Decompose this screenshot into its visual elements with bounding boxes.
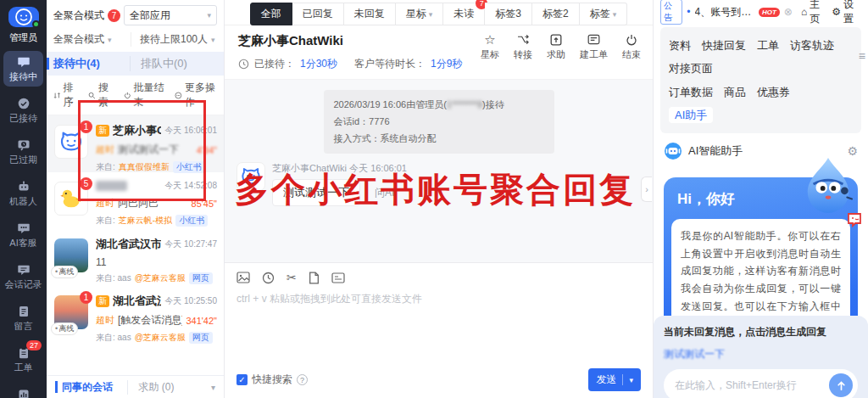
hot-badge: HOT	[759, 8, 780, 17]
tab-serving[interactable]: 接待中(4)	[47, 56, 130, 71]
transfer-icon	[517, 32, 530, 47]
composer-hint[interactable]: ctrl + v 粘贴或拖拽到此处可直接发送文件	[236, 292, 641, 368]
quick-search-checkbox[interactable]: ✓	[236, 374, 248, 385]
message-bubble: 测试测试一下	[272, 179, 360, 206]
chat-list-item-wuhan-1[interactable]: 离线 湖北省武汉市 今天 10:27:47 11 来自: aas @芝麻云客服 …	[47, 229, 224, 286]
chat-bubble-icon	[17, 55, 31, 69]
announcement-dot: •	[687, 6, 690, 18]
tab-goods[interactable]: 商品	[724, 86, 746, 98]
tab-ai-assistant[interactable]: AI助手	[669, 107, 713, 123]
end-session-button[interactable]: 结束	[622, 32, 641, 61]
ai-assistant-icon	[664, 142, 682, 160]
sidebar-item-stats[interactable]: 统计	[3, 384, 43, 398]
transfer-button[interactable]: 转接	[514, 32, 532, 61]
tab-unread[interactable]: 未读7	[443, 3, 485, 25]
limit-select[interactable]: 接待上限100人 ▾	[131, 32, 217, 47]
ask-ai-link[interactable]: 问AI	[367, 186, 394, 200]
system-message-card: 2026/03/19 16:06由管理员(1*******9)接待 会话id：7…	[324, 90, 554, 154]
sort-button[interactable]: 排序	[53, 81, 79, 109]
offline-tag: 离线	[51, 322, 78, 335]
home-icon: ⌂	[801, 6, 807, 18]
tab-unreplied[interactable]: 未回复	[344, 3, 396, 25]
colleagues-sessions-tab[interactable]: 同事的会话	[55, 380, 120, 395]
sidebar-item-messages[interactable]: 留言	[3, 300, 43, 336]
send-arrow-icon	[836, 380, 847, 391]
app: 管理员 接待中 已接待 已过期 机器人 AI客服 会话记录 留言	[0, 0, 868, 398]
bar-chart-icon	[17, 388, 31, 398]
power-icon	[124, 91, 131, 100]
settings-button[interactable]: ⚙设置	[832, 0, 861, 26]
ai-question-input[interactable]	[675, 379, 829, 391]
history-button[interactable]	[262, 272, 275, 284]
tab-profile[interactable]: 资料	[669, 39, 691, 52]
tab-starred[interactable]: 星标▾	[396, 3, 444, 25]
tab-replied[interactable]: 已回复	[292, 3, 344, 25]
image-upload-button[interactable]	[236, 272, 250, 283]
active-tab-bar	[55, 381, 58, 393]
chat-list-item-duck[interactable]: 5 今天 14:52:08 超时 阿巴阿巴 85'45" 来自: 芝麻云帆-模拟…	[47, 172, 224, 229]
sidebar-item-robot[interactable]: 机器人	[3, 176, 43, 211]
tab-coupons[interactable]: 优惠券	[757, 86, 790, 98]
unread-badge: 1	[80, 291, 92, 304]
sidebar-item-history[interactable]: 会话记录	[3, 259, 43, 294]
mode-badge: 7	[108, 9, 120, 22]
scissors-button[interactable]: ✂	[287, 271, 297, 284]
tab-quick-reply[interactable]: 快捷回复	[702, 39, 746, 52]
announcement-text[interactable]: 4、账号到期...	[695, 5, 754, 20]
home-button[interactable]: ⌂主页	[801, 0, 827, 26]
mode-select[interactable]: 全聚合模式 ▾	[53, 32, 131, 47]
new-badge: 新	[96, 125, 109, 137]
tab-label2[interactable]: 标签2	[532, 3, 580, 25]
message-sender: 芝麻小事ChatWiki	[272, 163, 347, 173]
send-options-caret[interactable]: ▾	[629, 376, 633, 384]
tab-order-data[interactable]: 订单数据	[669, 86, 713, 98]
unreplied-quote-link[interactable]: 测试测试一下	[664, 347, 858, 362]
offline-tag: 离线	[51, 266, 78, 278]
robot-icon	[17, 180, 31, 193]
sidebar-item-ai-service[interactable]: AI客服	[3, 217, 43, 253]
ask-help-button[interactable]: 求助	[547, 32, 565, 61]
tab-pages[interactable]: 对接页面	[669, 62, 713, 75]
expired-chat-icon	[17, 138, 31, 152]
collapse-panel-handle[interactable]: ›	[641, 177, 652, 202]
chat-list-item-wuhan-2[interactable]: 1 离线 新 湖北省武汉市 今天 10:25:50 超时 [触发会话消息] 34…	[47, 286, 224, 343]
card-button[interactable]	[331, 272, 345, 283]
ticket-count-badge: 27	[26, 340, 42, 350]
red-face-sticker	[846, 211, 863, 231]
masked-admin-id: 1*******9	[447, 99, 482, 109]
tab-label3[interactable]: 标签3	[485, 3, 532, 25]
batch-end-button[interactable]: 批量结束	[124, 81, 166, 109]
sidebar-item-served[interactable]: 已接待	[3, 92, 43, 128]
chevron-down-icon: ▾	[108, 36, 112, 44]
sidebar-item-expired[interactable]: 已过期	[3, 134, 43, 170]
search-button[interactable]: 搜索	[88, 81, 114, 109]
help-tab[interactable]: 求助 (0)	[127, 380, 203, 395]
send-button[interactable]: 发送▾	[588, 368, 641, 391]
tabs-menu-icon[interactable]: ≡	[859, 49, 865, 63]
tab-visitor-track[interactable]: 访客轨迹	[790, 39, 834, 52]
chat-list-item-chatwiki[interactable]: 1 新 芝麻小事ChatWiki 今天 16:06:01 超时 测试测试一下 4…	[47, 115, 224, 172]
tab-queue[interactable]: 排队中(0)	[130, 56, 224, 71]
close-icon[interactable]: ⊗	[784, 6, 793, 18]
chevron-down-icon[interactable]: ▾	[211, 383, 215, 392]
served-value: 1分30秒	[300, 57, 337, 71]
star-button[interactable]: ☆星标	[481, 32, 499, 61]
admin-avatar[interactable]	[8, 7, 39, 27]
sidebar-item-serving[interactable]: 接待中	[3, 51, 43, 87]
unread-badge: 1	[80, 121, 92, 133]
more-actions-button[interactable]: 更多操作	[175, 81, 217, 109]
message-row: 芝麻小事ChatWiki 今天 16:06:01 测试测试一下 问AI	[225, 154, 653, 206]
tab-all[interactable]: 全部	[250, 3, 292, 25]
app-select[interactable]: 全部应用 ▾	[124, 5, 217, 25]
ai-send-button[interactable]	[829, 373, 853, 397]
announcement-tag: 公告	[660, 0, 682, 25]
sidebar-item-tickets[interactable]: 27 工单	[3, 342, 43, 378]
quick-search-label: 快捷搜索	[252, 373, 292, 387]
question-mark-icon[interactable]: ?	[297, 374, 308, 385]
file-button[interactable]	[309, 272, 320, 284]
tab-ticket[interactable]: 工单	[757, 39, 779, 52]
create-ticket-button[interactable]: 建工单	[580, 32, 608, 61]
message-area: 2026/03/19 16:06由管理员(1*******9)接待 会话id：7…	[225, 80, 653, 262]
tab-label[interactable]: 标签▾	[580, 3, 628, 25]
chevron-down-icon: ▾	[207, 11, 211, 20]
